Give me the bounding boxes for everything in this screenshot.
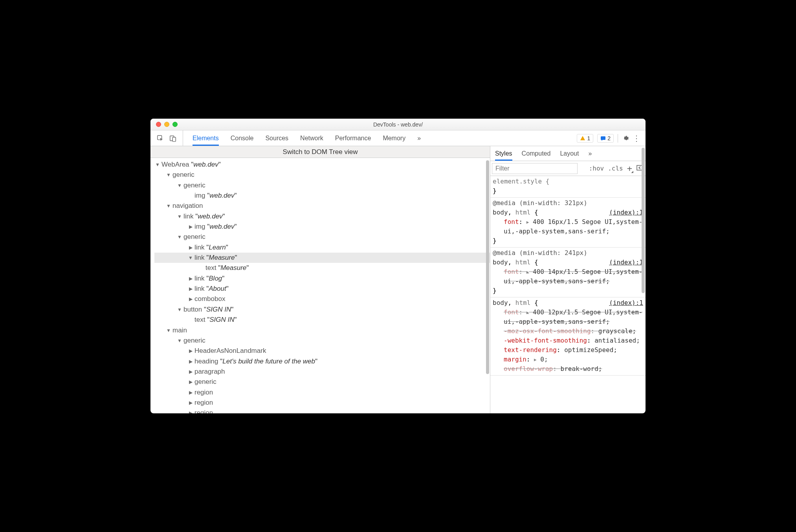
expand-arrow-icon[interactable]: ▼ xyxy=(166,327,171,334)
accessibility-tree[interactable]: ▼WebArea "web.dev"▼generic▼generic▼img "… xyxy=(150,158,490,413)
node-role: button xyxy=(183,306,202,313)
tree-node-generic[interactable]: ▼generic xyxy=(154,232,490,242)
sidebar-tabs-overflow-icon[interactable]: » xyxy=(588,146,592,161)
expand-arrow-icon[interactable]: ▶ xyxy=(188,399,193,407)
tree-node-generic[interactable]: ▶generic xyxy=(154,377,490,387)
window-close-button[interactable] xyxy=(156,122,161,127)
separator xyxy=(618,134,618,143)
left-scrollbar[interactable] xyxy=(486,160,489,412)
css-property[interactable]: font: ▶ 400 14px/1.5 Segoe UI,system-ui,… xyxy=(493,267,643,286)
hov-toggle[interactable]: :hov xyxy=(589,165,604,172)
source-link[interactable]: (index):1 xyxy=(609,298,643,308)
expand-arrow-icon[interactable]: ▼ xyxy=(155,161,160,169)
css-rule[interactable]: body, html {(index):1font: ▶ 400 12px/1.… xyxy=(490,297,646,376)
expand-arrow-icon[interactable]: ▼ xyxy=(177,233,182,241)
tab-network[interactable]: Network xyxy=(300,130,323,146)
tree-node-region[interactable]: ▶region xyxy=(154,398,490,408)
styles-rules-list[interactable]: element.style {}@media (min-width: 321px… xyxy=(490,176,646,413)
tree-node-paragraph[interactable]: ▶paragraph xyxy=(154,367,490,377)
styles-filter-input[interactable] xyxy=(492,163,578,174)
css-property[interactable]: -webkit-font-smoothing: antialiased; xyxy=(493,336,643,345)
tree-node-generic[interactable]: ▼generic xyxy=(154,336,490,346)
expand-arrow-icon[interactable]: ▶ xyxy=(188,347,193,355)
css-property[interactable]: font: ▶ 400 16px/1.5 Segoe UI,system-ui,… xyxy=(493,217,643,236)
sidebar-tab-styles[interactable]: Styles xyxy=(495,146,512,161)
css-property[interactable]: font: ▶ 400 12px/1.5 Segoe UI,system-ui,… xyxy=(493,308,643,327)
tree-node-link[interactable]: ▶link "Blog" xyxy=(154,273,490,284)
tree-node-generic[interactable]: ▼generic xyxy=(154,170,490,180)
tree-node-button[interactable]: ▼button "SIGN IN" xyxy=(154,305,490,315)
expand-arrow-icon[interactable]: ▶ xyxy=(188,409,193,413)
css-property[interactable]: overflow-wrap: break-word; xyxy=(493,364,643,374)
tree-node-link[interactable]: ▶link "Learn" xyxy=(154,242,490,253)
source-link[interactable]: (index):1 xyxy=(609,208,643,217)
tree-node-link[interactable]: ▼link "web.dev" xyxy=(154,211,490,222)
node-name: web.dev xyxy=(193,161,218,168)
tree-node-img[interactable]: ▶img "web.dev" xyxy=(154,222,490,232)
tree-node-generic[interactable]: ▼generic xyxy=(154,180,490,191)
tree-node-main[interactable]: ▼main xyxy=(154,325,490,336)
more-menu-icon[interactable]: ⋮ xyxy=(633,135,640,142)
expand-arrow-icon[interactable]: ▶ xyxy=(188,368,193,376)
tree-node-text[interactable]: ▼text "Measure" xyxy=(154,263,490,273)
dom-tree-toggle-banner[interactable]: Switch to DOM Tree view xyxy=(150,146,490,158)
expand-arrow-icon[interactable]: ▶ xyxy=(188,244,193,251)
tab-elements[interactable]: Elements xyxy=(193,130,219,146)
tree-node-link[interactable]: ▶link "About" xyxy=(154,284,490,294)
css-rule[interactable]: @media (min-width: 241px)body, html {(in… xyxy=(490,248,646,297)
node-role: generic xyxy=(183,233,205,240)
expand-arrow-icon[interactable]: ▼ xyxy=(177,337,182,345)
tree-node-HeaderAsNonLandmark[interactable]: ▶HeaderAsNonLandmark xyxy=(154,346,490,356)
expand-arrow-icon[interactable]: ▶ xyxy=(188,295,193,303)
node-role: text xyxy=(194,316,205,323)
tree-node-navigation[interactable]: ▼navigation xyxy=(154,201,490,211)
node-role: HeaderAsNonLandmark xyxy=(194,347,266,354)
info-badge[interactable]: 2 xyxy=(597,134,614,143)
tree-node-link[interactable]: ▼link "Measure" xyxy=(154,253,490,263)
inspect-element-icon[interactable] xyxy=(157,135,164,142)
tree-node-img[interactable]: ▼img "web.dev" xyxy=(154,191,490,201)
settings-gear-icon[interactable] xyxy=(622,135,629,142)
tab-console[interactable]: Console xyxy=(231,130,254,146)
window-maximize-button[interactable] xyxy=(172,122,178,127)
cls-toggle[interactable]: .cls xyxy=(608,165,623,172)
tab-memory[interactable]: Memory xyxy=(383,130,405,146)
tree-node-combobox[interactable]: ▶combobox xyxy=(154,294,490,304)
tree-node-region[interactable]: ▶region xyxy=(154,408,490,413)
tree-node-region[interactable]: ▶region xyxy=(154,387,490,398)
expand-arrow-icon[interactable]: ▶ xyxy=(188,285,193,293)
expand-arrow-icon[interactable]: ▼ xyxy=(177,213,182,220)
expand-arrow-icon[interactable]: ▶ xyxy=(188,275,193,283)
right-scrollbar[interactable] xyxy=(642,148,645,412)
css-property[interactable]: margin: ▶ 0; xyxy=(493,355,643,364)
warnings-badge[interactable]: 1 xyxy=(577,134,593,143)
expand-arrow-icon[interactable]: ▼ xyxy=(166,171,171,179)
tree-node-WebArea[interactable]: ▼WebArea "web.dev" xyxy=(154,160,490,170)
node-name: Blog xyxy=(209,275,222,282)
sidebar-tab-layout[interactable]: Layout xyxy=(560,146,579,161)
css-rule[interactable]: @media (min-width: 321px)body, html {(in… xyxy=(490,198,646,248)
elements-panel: Switch to DOM Tree view ▼WebArea "web.de… xyxy=(150,146,490,413)
expand-arrow-icon[interactable]: ▼ xyxy=(177,306,182,314)
device-toolbar-icon[interactable] xyxy=(169,135,176,142)
tree-node-text[interactable]: ▼text "SIGN IN" xyxy=(154,315,490,325)
tab-sources[interactable]: Sources xyxy=(265,130,288,146)
sidebar-tab-computed[interactable]: Computed xyxy=(522,146,551,161)
tabs-overflow-icon[interactable]: » xyxy=(417,130,421,146)
expand-arrow-icon[interactable]: ▼ xyxy=(188,254,193,262)
expand-arrow-icon[interactable]: ▶ xyxy=(188,223,193,231)
css-property[interactable]: text-rendering: optimizeSpeed; xyxy=(493,345,643,355)
source-link[interactable]: (index):1 xyxy=(609,258,643,267)
rule-element-style[interactable]: element.style {} xyxy=(490,176,646,198)
tree-node-heading[interactable]: ▶heading "Let's build the future of the … xyxy=(154,356,490,367)
expand-arrow-icon[interactable]: ▼ xyxy=(177,182,182,189)
expand-arrow-icon[interactable]: ▶ xyxy=(188,378,193,386)
css-property[interactable]: -moz-osx-font-smoothing: grayscale; xyxy=(493,327,643,336)
expand-arrow-icon[interactable]: ▼ xyxy=(166,202,171,210)
window-titlebar: DevTools - web.dev/ xyxy=(150,119,646,130)
window-minimize-button[interactable] xyxy=(164,122,169,127)
expand-arrow-icon[interactable]: ▶ xyxy=(188,358,193,365)
tab-performance[interactable]: Performance xyxy=(335,130,371,146)
expand-arrow-icon[interactable]: ▶ xyxy=(188,389,193,396)
new-style-rule-icon[interactable]: +◢ xyxy=(627,163,632,173)
